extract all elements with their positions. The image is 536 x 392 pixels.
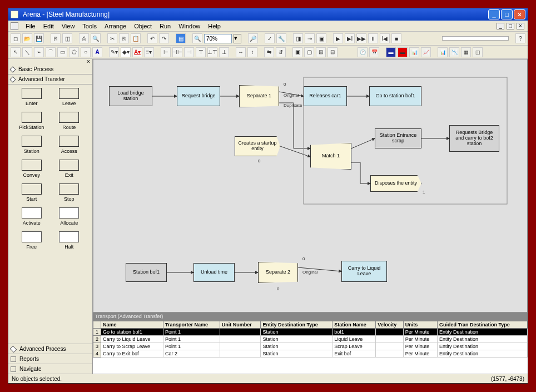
dist-vert[interactable]: ↕ <box>247 47 257 57</box>
cell[interactable]: Liquid Leave <box>332 336 376 343</box>
cell[interactable]: Station <box>261 350 332 358</box>
arc-tool[interactable]: ⌒ <box>46 47 56 57</box>
column-header[interactable]: Velocity <box>376 321 404 329</box>
align-left[interactable]: ⊢ <box>161 47 171 57</box>
align-bottom[interactable]: ⊥ <box>219 47 229 57</box>
chart4-icon[interactable]: ◫ <box>473 47 483 57</box>
cell[interactable]: Carry to Scrap Leave <box>101 343 163 350</box>
ellipse-tool[interactable]: ○ <box>81 47 91 57</box>
clock-icon[interactable]: 🕐 <box>358 47 368 57</box>
palette-item-enter[interactable]: Enter <box>14 88 49 106</box>
print-button[interactable]: ⎙ <box>79 33 89 43</box>
column-header[interactable]: Guided Tran Destination Type <box>437 321 527 329</box>
table-row[interactable]: 3Carry to Scrap LeavePoint 1StationScrap… <box>93 343 528 350</box>
cell[interactable]: Exit bof <box>332 350 376 358</box>
redo-button[interactable]: ↷ <box>159 33 169 43</box>
cell[interactable]: Go to station bof1 <box>101 329 163 336</box>
mdi-restore-button[interactable]: □ <box>507 23 514 29</box>
line-tool[interactable]: ＼ <box>22 47 32 57</box>
palette-item-activate[interactable]: Activate <box>14 207 49 226</box>
pause-button[interactable]: ⏸ <box>368 33 378 43</box>
palette-item-start[interactable]: Start <box>14 183 49 202</box>
undo-button[interactable]: ↶ <box>147 33 157 43</box>
row-number[interactable]: 4 <box>93 350 101 358</box>
column-header[interactable]: Units <box>403 321 437 329</box>
node-disposes-entity[interactable]: Disposes the entity <box>370 175 421 192</box>
text-tool[interactable]: A <box>92 47 102 57</box>
histogram-icon[interactable]: 📊 <box>409 47 419 57</box>
cell[interactable] <box>376 350 404 358</box>
table-row[interactable]: 4Carry to Exit bofCar 2StationExit bofPe… <box>93 350 528 358</box>
polyline-tool[interactable]: ⌁ <box>34 47 44 57</box>
font-color[interactable]: A▾ <box>132 47 142 57</box>
rect-tool[interactable]: ▭ <box>57 47 67 57</box>
cell[interactable]: Point 1 <box>163 336 220 343</box>
cell[interactable]: Per Minute <box>403 343 437 350</box>
split-button[interactable]: ◨ <box>293 33 303 43</box>
submodel-button[interactable]: ▣ <box>316 33 326 43</box>
node-separate-1[interactable]: Separate 1 <box>239 85 279 107</box>
cell[interactable] <box>376 336 404 343</box>
node-station-bof1[interactable]: Station bof1 <box>126 263 167 282</box>
group[interactable]: ⊞ <box>316 47 326 57</box>
cell[interactable] <box>220 336 261 343</box>
node-station-entrance[interactable]: Station Entrance scrap <box>375 128 421 148</box>
cell[interactable]: Per Minute <box>403 350 437 358</box>
menu-tools[interactable]: Tools <box>78 23 101 29</box>
stop-button[interactable]: ■ <box>391 33 401 43</box>
cell[interactable]: Scrap Leave <box>332 343 376 350</box>
zoom-tool[interactable]: 🔍 <box>192 33 202 43</box>
menu-edit[interactable]: Edit <box>39 23 58 29</box>
node-match-1[interactable]: Match 1 <box>310 143 351 170</box>
module-button[interactable]: ◫ <box>62 33 72 43</box>
arrow-tool[interactable]: ↖ <box>11 47 21 57</box>
cell[interactable] <box>220 343 261 350</box>
flip-h[interactable]: ⇋ <box>264 47 274 57</box>
section-reports[interactable]: Reports <box>8 354 92 364</box>
copy-button[interactable]: ⎘ <box>119 33 129 43</box>
palette-item-allocate[interactable]: Allocate <box>52 207 87 226</box>
cell[interactable]: Entity Destination <box>437 336 527 343</box>
minimize-button[interactable]: _ <box>488 9 500 19</box>
align-center-h[interactable]: ⊣⊢ <box>172 47 182 57</box>
ungroup[interactable]: ⊟ <box>327 47 338 57</box>
column-header[interactable]: Unit Number <box>220 321 261 329</box>
palette-item-station[interactable]: Station <box>14 136 49 154</box>
mdi-close-button[interactable]: × <box>517 23 524 29</box>
cell[interactable]: Entity Destination <box>437 329 527 336</box>
open-button[interactable]: 📂 <box>22 33 32 43</box>
row-number[interactable]: 1 <box>93 329 101 336</box>
section-advanced-transfer[interactable]: Advanced Transfer <box>8 75 92 85</box>
cut-button[interactable]: ✂ <box>107 33 117 43</box>
palette-item-halt[interactable]: Halt <box>52 231 87 250</box>
send-back[interactable]: ▢ <box>304 47 314 57</box>
play-button[interactable]: ▶ <box>333 33 343 43</box>
node-request-bridge[interactable]: Request bridge <box>177 86 220 106</box>
column-header[interactable]: Name <box>101 321 163 329</box>
menu-run[interactable]: Run <box>156 23 175 29</box>
column-header[interactable]: Station Name <box>332 321 376 329</box>
paste-button[interactable]: 📋 <box>131 33 141 43</box>
node-load-bridge[interactable]: Load bridge station <box>109 86 152 106</box>
menu-view[interactable]: View <box>58 23 79 29</box>
cell[interactable] <box>220 350 261 358</box>
cell[interactable] <box>376 343 404 350</box>
sidebar-close-icon[interactable]: ✕ <box>86 59 91 64</box>
zoom-dropdown[interactable]: ▾ <box>234 34 241 43</box>
step-back-button[interactable]: I◀ <box>380 33 390 43</box>
node-go-station[interactable]: Go to station bof1 <box>369 86 421 106</box>
palette-item-stop[interactable]: Stop <box>52 183 87 202</box>
new-button[interactable]: ◻ <box>11 33 21 43</box>
cell[interactable]: Point 1 <box>163 343 220 350</box>
skip-button[interactable]: ▶▶ <box>356 33 366 43</box>
palette-item-pickstation[interactable]: PickStation <box>14 112 49 130</box>
attach-button[interactable]: ⎘ <box>51 33 61 43</box>
column-header[interactable] <box>93 321 101 329</box>
mdi-min-button[interactable]: _ <box>497 23 504 29</box>
data-table[interactable]: NameTransporter NameUnit NumberEntity De… <box>93 321 528 358</box>
flip-v[interactable]: ⇵ <box>276 47 286 57</box>
go-button[interactable]: 🔧 <box>276 33 286 43</box>
menu-file[interactable]: File <box>22 23 39 29</box>
cell[interactable]: Entity Destination <box>437 350 527 358</box>
menu-window[interactable]: Window <box>175 23 204 29</box>
